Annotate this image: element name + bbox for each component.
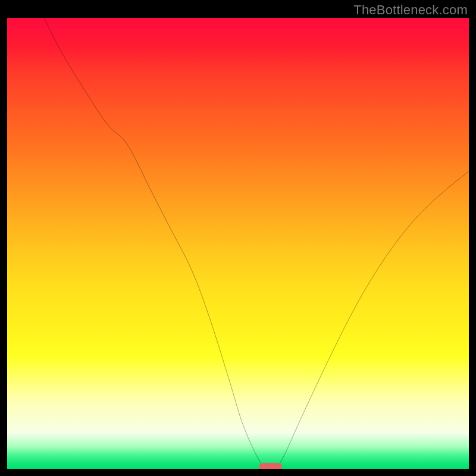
plot-area: [7, 18, 469, 469]
minimum-marker: [259, 463, 282, 469]
bottleneck-curve: [7, 18, 469, 469]
attribution-label: TheBottleneck.com: [353, 2, 468, 18]
chart-frame: TheBottleneck.com: [0, 0, 476, 476]
